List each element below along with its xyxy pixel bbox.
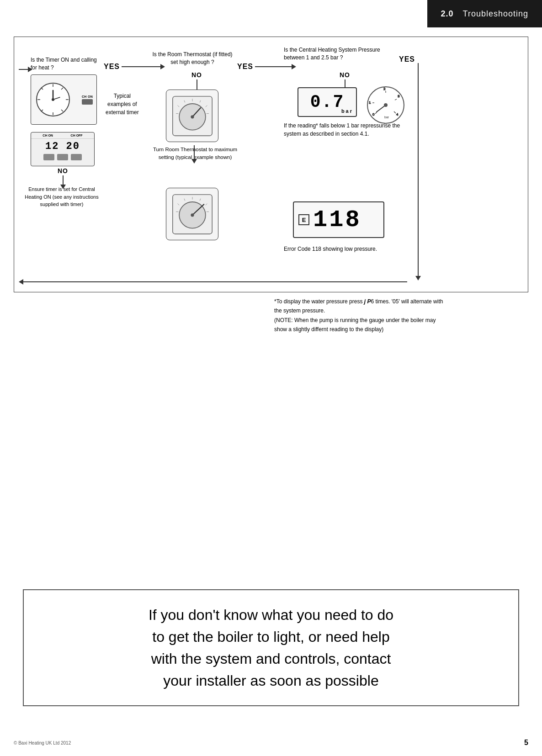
pressure-info: If the reading* falls below 1 bar repres… — [284, 122, 403, 138]
dial-svg-2 — [172, 194, 213, 235]
note-section: *To display the water pressure press j P… — [274, 297, 448, 334]
svg-point-11 — [52, 98, 54, 101]
yes-label-1: YES — [104, 63, 120, 71]
svg-text:1: 1 — [369, 100, 371, 105]
note-text3: (NOTE: When the pump is running the gaug… — [274, 317, 436, 333]
svg-point-22 — [191, 115, 194, 118]
error-code-number: 118 — [313, 206, 361, 233]
quote-text: If you don't know what you need to do to… — [42, 604, 500, 692]
pressure-value-display: 0.7 bar — [298, 87, 357, 117]
yes-label-2: YES — [237, 63, 253, 71]
bottom-return-arrow — [19, 279, 407, 285]
svg-point-47 — [384, 103, 388, 107]
quote-box: If you don't know what you need to do to… — [23, 589, 519, 706]
typical-label-text: Typical examples of external timer — [106, 92, 139, 116]
svg-text:2: 2 — [383, 87, 386, 91]
yes-label-3-container: YES — [399, 55, 415, 63]
pressure-info-text: If the reading* falls below 1 bar repres… — [284, 122, 403, 138]
note-text-main: To display the water pressure press — [276, 298, 364, 305]
no-instruction-1: Ensure timer is set for Central Heating … — [21, 185, 103, 208]
question-1: Is the Timer ON and calling for heat ? — [31, 56, 104, 74]
digital-timer-header: CH ON CH OFF — [31, 132, 94, 139]
analog-timer-display: CH ON — [31, 74, 97, 125]
yes-label-3: YES — [399, 55, 415, 63]
thermostat-dial-1 — [166, 90, 218, 142]
clock-svg — [35, 81, 71, 118]
pressure-value: 0.7 — [310, 92, 344, 112]
digital-display-value: 12 20 — [31, 139, 94, 153]
thermostat-dial-2 — [166, 188, 218, 240]
note-text: *To display the water pressure press j P… — [274, 297, 448, 334]
svg-text:bar: bar — [384, 116, 389, 119]
arrow-to-thermostat2 — [191, 145, 197, 164]
no-text-3: NO — [340, 71, 350, 79]
dial-svg-1 — [172, 95, 213, 137]
bar-unit: bar — [341, 108, 353, 114]
question-3: Is the Central Heating System Pressure b… — [284, 46, 393, 64]
footer-copyright: © Baxi Heating UK Ltd 2012 — [14, 740, 71, 745]
svg-text:4: 4 — [396, 112, 399, 116]
no-text-2: NO — [191, 71, 202, 79]
svg-point-33 — [191, 213, 194, 217]
footer: © Baxi Heating UK Ltd 2012 5 — [14, 739, 528, 747]
ch-on-text: CH ON — [82, 95, 93, 98]
error-code-display: E 118 — [293, 201, 384, 238]
header-title-box: 2.0 Troubleshooting — [427, 0, 542, 27]
svg-text:0: 0 — [372, 112, 375, 116]
gauge-svg: 0 1 2 3 4 bar — [365, 85, 406, 126]
question-1-text: Is the Timer ON and calling for heat ? — [31, 56, 104, 72]
no-text-1: NO — [58, 167, 68, 174]
digital-buttons — [31, 153, 94, 161]
question-2: Is the Room Thermostat (if fitted) set h… — [149, 51, 236, 69]
question-2-text: Is the Room Thermostat (if fitted) set h… — [149, 51, 236, 66]
ch-on-switch — [82, 99, 93, 105]
question-3-text: Is the Central Heating System Pressure b… — [284, 46, 393, 62]
header: 2.0 Troubleshooting — [0, 0, 542, 27]
section-number: 2.0 — [441, 9, 454, 19]
footer-page-number: 5 — [524, 739, 528, 747]
flow-container: Is the Timer ON and calling for heat ? Y… — [14, 37, 528, 292]
note-ip-symbol: j P — [364, 298, 371, 305]
pressure-gauge-display: 0 1 2 3 4 bar — [365, 85, 406, 127]
error-description: Error Code 118 showing low pressure. — [284, 245, 393, 253]
svg-text:3: 3 — [398, 94, 400, 98]
typical-examples-label: Typical examples of external timer — [106, 92, 139, 116]
digital-timer-display: CH ON CH OFF 12 20 — [31, 128, 95, 166]
error-e-label: E — [298, 214, 309, 225]
no-instruction-text: Ensure timer is set for Central Heating … — [21, 185, 103, 208]
page-title: Troubleshooting — [463, 9, 528, 19]
right-down-arrow — [415, 63, 421, 280]
error-description-text: Error Code 118 showing low pressure. — [284, 245, 393, 253]
